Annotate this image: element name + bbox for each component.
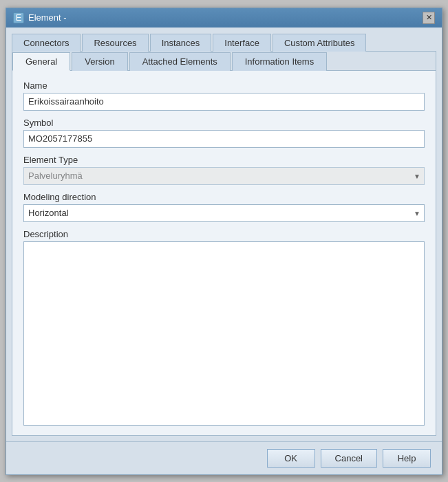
name-input[interactable] <box>23 93 425 111</box>
tab-connectors[interactable]: Connectors <box>12 34 81 52</box>
tab-information-items[interactable]: Information Items <box>232 52 327 71</box>
tab-custom-attributes[interactable]: Custom Attributes <box>273 34 367 52</box>
cancel-button[interactable]: Cancel <box>321 449 377 468</box>
name-label: Name <box>23 80 425 91</box>
modeling-direction-select-wrapper: Horizontal Vertical <box>23 204 425 222</box>
top-tabs: Connectors Resources Instances Interface… <box>12 33 436 52</box>
symbol-input[interactable] <box>23 130 425 148</box>
dialog-window: E Element - ✕ Connectors Resources Insta… <box>6 8 442 475</box>
description-label: Description <box>23 229 425 239</box>
help-button[interactable]: Help <box>383 449 431 468</box>
inner-panel: General Version Attached Elements Inform… <box>12 52 436 436</box>
name-field-group: Name <box>23 80 425 111</box>
description-textarea[interactable] <box>23 241 425 426</box>
modeling-direction-label: Modeling direction <box>23 192 425 202</box>
title-bar-left: E Element - <box>13 12 67 23</box>
symbol-field-group: Symbol <box>23 118 425 148</box>
form-content: Name Symbol Element Type Palveluryhmä <box>12 71 436 435</box>
ok-button[interactable]: OK <box>267 449 315 468</box>
tab-attached-elements[interactable]: Attached Elements <box>129 52 231 71</box>
title-bar: E Element - ✕ <box>6 8 442 28</box>
description-field-group: Description <box>23 229 425 426</box>
symbol-label: Symbol <box>23 118 425 128</box>
dialog-content: Connectors Resources Instances Interface… <box>6 28 442 441</box>
modeling-direction-select[interactable]: Horizontal Vertical <box>23 204 425 222</box>
element-type-label: Element Type <box>23 155 425 165</box>
element-type-select[interactable]: Palveluryhmä <box>23 167 425 185</box>
element-type-field-group: Element Type Palveluryhmä <box>23 155 425 185</box>
tab-resources[interactable]: Resources <box>82 34 148 52</box>
tab-general[interactable]: General <box>12 52 70 71</box>
tab-interface[interactable]: Interface <box>213 34 271 52</box>
secondary-tabs: General Version Attached Elements Inform… <box>12 52 436 71</box>
window-title: Element - <box>28 12 67 23</box>
element-type-select-wrapper: Palveluryhmä <box>23 167 425 185</box>
close-icon[interactable]: ✕ <box>423 12 435 24</box>
button-bar: OK Cancel Help <box>6 441 442 474</box>
tab-instances[interactable]: Instances <box>150 34 212 52</box>
window-icon: E <box>13 12 24 23</box>
modeling-direction-field-group: Modeling direction Horizontal Vertical <box>23 192 425 222</box>
tab-version[interactable]: Version <box>72 52 127 71</box>
